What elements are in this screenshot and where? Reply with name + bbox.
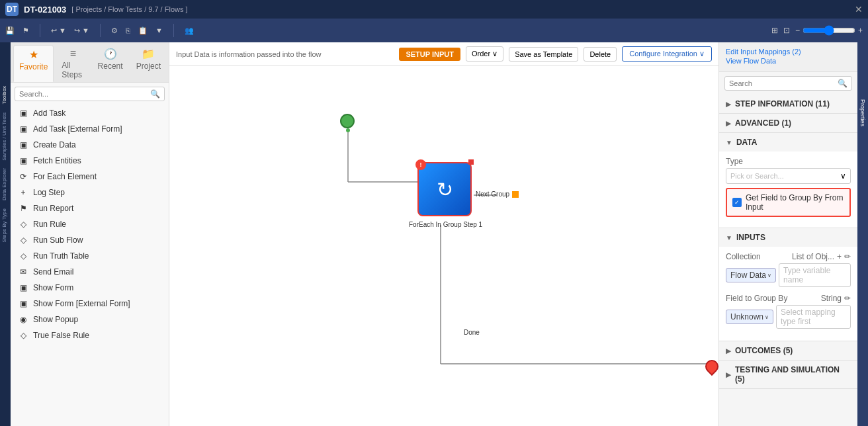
run-truth-table-icon: ◇ <box>19 251 28 261</box>
outcomes-header[interactable]: ▶ OUTCOMES (5) <box>719 341 857 360</box>
toolbox-item-true-false-rule[interactable]: ◇ True False Rule <box>11 327 169 343</box>
tab-project-label: Project <box>136 62 161 71</box>
add-task-icon: ▣ <box>19 108 28 118</box>
toolbox-item-show-popup[interactable]: ◉ Show Popup <box>11 312 169 327</box>
toolbar: 💾 ⚑ ↩ ▼ ↪ ▼ ⚙ ⎘ 📋 ▼ 👥 ⊞ ⊡ − + <box>0 19 868 42</box>
toolbox-search-bar[interactable]: 🔍 <box>15 87 165 101</box>
run-sub-flow-label: Run Sub Flow <box>33 235 83 245</box>
right-panel-search-bar[interactable]: 🔍 <box>724 76 852 91</box>
canvas-content[interactable]: ↻ ! ForEach In Group Step 1 Next Group D… <box>169 66 718 426</box>
zoom-plus-button[interactable]: + <box>858 26 863 35</box>
close-button[interactable]: ✕ <box>855 4 863 15</box>
advanced-arrow: ▶ <box>726 120 731 127</box>
configure-integration-button[interactable]: Configure Integration ∨ <box>622 46 712 62</box>
testing-section: ▶ TESTING AND SIMULATION (5) <box>719 361 857 389</box>
toolbox-item-show-form-ext[interactable]: ▣ Show Form [External Form] <box>11 296 169 312</box>
next-group-dot <box>512 191 519 198</box>
setup-input-button[interactable]: SETUP INPUT <box>399 48 460 61</box>
create-data-label: Create Data <box>33 140 76 149</box>
side-tab-toolbox[interactable]: Toolbox <box>0 82 11 108</box>
log-step-icon: + <box>19 188 28 197</box>
run-report-icon: ⚑ <box>19 204 28 213</box>
field-to-group-input-row: Unknown ∨ Select mapping type first <box>726 305 851 329</box>
field-edit-icon[interactable]: ✏ <box>844 294 851 303</box>
next-group-label: Next Group <box>476 191 509 198</box>
tab-all-steps[interactable]: ≡ All Steps <box>56 45 89 82</box>
toolbox-item-log-step[interactable]: + Log Step <box>11 185 169 200</box>
show-popup-icon: ◉ <box>19 315 28 324</box>
done-end-node <box>705 360 718 373</box>
right-panel-search-icon: 🔍 <box>838 79 847 88</box>
tab-recent-label: Recent <box>98 62 123 71</box>
undo-button[interactable]: ↩ ▼ <box>51 26 66 35</box>
flag-button[interactable]: ⚑ <box>22 26 29 35</box>
data-header[interactable]: ▼ DATA <box>719 133 857 151</box>
save-template-button[interactable]: Save as Template <box>509 47 578 62</box>
collection-text-field[interactable]: Type variable name <box>779 263 851 287</box>
toolbox-item-run-truth-table[interactable]: ◇ Run Truth Table <box>11 248 169 264</box>
redo-button[interactable]: ↪ ▼ <box>74 26 89 35</box>
toolbox-item-run-sub-flow[interactable]: ◇ Run Sub Flow <box>11 232 169 248</box>
toolbox-item-add-task-ext[interactable]: ▣ Add Task [External Form] <box>11 121 169 137</box>
toolbox-item-run-rule[interactable]: ◇ Run Rule <box>11 216 169 232</box>
edit-input-mappings-link[interactable]: Edit Input Mappings (2) <box>726 48 851 56</box>
mapping-text-field[interactable]: Select mapping type first <box>776 305 851 329</box>
next-group-node[interactable]: Next Group <box>476 191 519 198</box>
get-field-checkbox-row[interactable]: ✓ Get Field to Group By From Input <box>726 188 851 217</box>
grid-view-button[interactable]: ⊞ <box>771 26 778 35</box>
step-information-header[interactable]: ▶ STEP INFORMATION (11) <box>719 95 857 113</box>
copy-button[interactable]: ⎘ <box>126 26 130 34</box>
testing-header[interactable]: ▶ TESTING AND SIMULATION (5) <box>719 361 857 388</box>
people-button[interactable]: 👥 <box>185 26 194 35</box>
properties-tab[interactable]: Properties <box>858 95 867 130</box>
side-tab-steps-by-type[interactable]: Steps By Type <box>0 204 11 246</box>
send-email-icon: ✉ <box>19 267 28 277</box>
collection-field-label: Collection List of Obj... + ✏ <box>726 252 851 261</box>
inputs-header[interactable]: ▼ INPUTS <box>719 228 857 247</box>
toolbox-item-send-email[interactable]: ✉ Send Email <box>11 264 169 280</box>
flow-data-badge[interactable]: Flow Data ∨ <box>726 268 776 282</box>
more-button[interactable]: ▼ <box>155 26 163 34</box>
tab-project[interactable]: 📁 Project <box>131 45 166 82</box>
show-form-icon: ▣ <box>19 283 28 292</box>
run-report-label: Run Report <box>33 204 73 213</box>
zoom-minus-button[interactable]: − <box>795 26 800 35</box>
collection-edit-icon[interactable]: ✏ <box>844 252 851 261</box>
canvas-area[interactable]: Input Data is information passed into th… <box>169 42 718 426</box>
toolbox-item-run-report[interactable]: ⚑ Run Report <box>11 200 169 216</box>
collection-add-icon[interactable]: + <box>837 252 842 261</box>
foreach-handle[interactable] <box>468 159 474 165</box>
foreach-node[interactable]: ↻ <box>417 162 472 216</box>
toolbox-item-fetch-entities[interactable]: ▣ Fetch Entities <box>11 153 169 169</box>
for-each-icon: ⟳ <box>19 172 28 181</box>
testing-label: TESTING AND SIMULATION (5) <box>735 365 851 384</box>
run-rule-icon: ◇ <box>19 220 28 229</box>
order-button[interactable]: Order ∨ <box>466 46 503 62</box>
add-task-ext-label: Add Task [External Form] <box>33 124 122 134</box>
side-tab-data-explorer[interactable]: Data Explorer <box>0 164 11 204</box>
side-tab-samples[interactable]: Samples / Unit Tests <box>0 108 11 165</box>
delete-button[interactable]: Delete <box>584 47 617 62</box>
data-content: Type Pick or Search... ∨ ✓ Get Field to … <box>719 151 857 228</box>
advanced-header[interactable]: ▶ ADVANCED (1) <box>719 114 857 132</box>
add-task-ext-icon: ▣ <box>19 124 28 134</box>
tools-button[interactable]: ⚙ <box>111 26 118 35</box>
view-flow-data-link[interactable]: View Flow Data <box>726 57 851 65</box>
type-select-dropdown[interactable]: Pick or Search... ∨ <box>726 168 851 184</box>
toolbox-item-for-each[interactable]: ⟳ For Each Element <box>11 169 169 185</box>
inputs-arrow: ▼ <box>726 234 732 241</box>
tab-recent[interactable]: 🕐 Recent <box>93 45 128 82</box>
right-panel-search-input[interactable] <box>729 79 838 87</box>
toolbox-item-show-form[interactable]: ▣ Show Form <box>11 280 169 296</box>
paste-button[interactable]: 📋 <box>138 26 148 35</box>
save-button[interactable]: 💾 <box>5 26 15 35</box>
tab-favorite[interactable]: ★ Favorite <box>13 45 54 82</box>
zoom-slider[interactable] <box>803 25 855 36</box>
outcomes-label: OUTCOMES (5) <box>735 346 793 355</box>
unknown-badge[interactable]: Unknown ∨ <box>726 310 773 324</box>
ratio-button[interactable]: ⊡ <box>783 26 790 35</box>
toolbox-item-create-data[interactable]: ▣ Create Data <box>11 137 169 153</box>
toolbox-item-add-task[interactable]: ▣ Add Task <box>11 105 169 121</box>
search-input[interactable] <box>19 90 150 98</box>
get-field-checkbox[interactable]: ✓ <box>732 198 742 207</box>
